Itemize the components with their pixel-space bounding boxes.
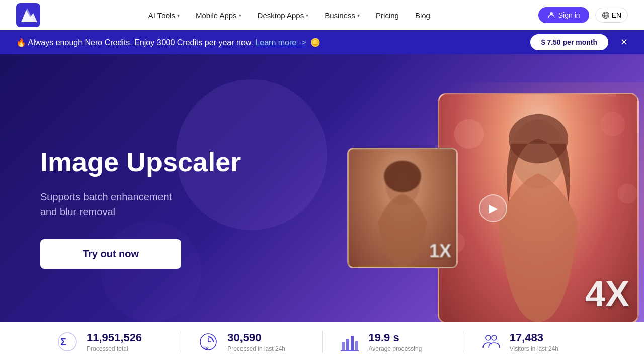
sign-in-label: Sign in <box>558 11 580 19</box>
hero-visual: 4X 1X ▶ <box>342 82 644 334</box>
user-icon <box>547 11 555 19</box>
nav-business-label: Business <box>325 11 355 20</box>
chevron-down-icon: ▾ <box>177 13 180 18</box>
banner-message: 🔥 Always enough Nero Credits. Enjoy 3000… <box>16 38 320 47</box>
logo[interactable] <box>16 3 40 27</box>
svg-rect-24 <box>351 336 354 350</box>
chevron-down-icon: ▾ <box>357 13 360 18</box>
stat-avg-processing: 19.9 s Average processing <box>323 331 463 353</box>
navbar: AI Tools ▾ Mobile Apps ▾ Desktop Apps ▾ … <box>0 0 644 30</box>
nav-pricing-label: Pricing <box>376 11 399 20</box>
stat-text-visitors: 17,483 Visitors in last 24h <box>510 331 558 352</box>
coin-emoji: 🪙 <box>310 38 320 47</box>
hero-content: Image Upscaler Supports batch enhancemen… <box>0 147 241 269</box>
svg-text:24: 24 <box>203 346 208 350</box>
stat-text-avg: 19.9 s Average processing <box>369 331 422 352</box>
original-image: 1X <box>347 148 458 268</box>
label-1x: 1X <box>429 241 451 262</box>
svg-point-28 <box>492 335 497 340</box>
nav-business[interactable]: Business ▾ <box>318 7 366 24</box>
bar-chart-icon <box>339 331 361 353</box>
svg-point-15 <box>384 161 421 192</box>
globe-icon <box>602 11 610 19</box>
nav-pricing[interactable]: Pricing <box>370 7 405 24</box>
nav-blog[interactable]: Blog <box>409 7 436 24</box>
stat-number-visitors: 17,483 <box>510 331 558 344</box>
lang-label: EN <box>612 11 621 19</box>
svg-rect-25 <box>355 341 358 350</box>
hero-section: Image Upscaler Supports batch enhancemen… <box>0 54 644 362</box>
announcement-banner: 🔥 Always enough Nero Credits. Enjoy 3000… <box>0 30 644 54</box>
svg-text:Σ: Σ <box>60 336 66 347</box>
nav-ai-tools-label: AI Tools <box>148 11 175 20</box>
right-arrow-icon: ▶ <box>489 201 498 215</box>
stat-text-total: 11,951,526 Processed total <box>87 331 142 352</box>
nav-right: Sign in EN <box>538 7 628 23</box>
hero-title: Image Upscaler <box>40 147 241 177</box>
banner-learn-more-link[interactable]: Learn more -> <box>255 38 306 47</box>
nav-desktop-apps[interactable]: Desktop Apps ▾ <box>252 7 315 24</box>
stat-number-total: 11,951,526 <box>87 331 142 344</box>
stat-number-24h: 30,590 <box>227 331 285 344</box>
people-icon <box>479 331 502 353</box>
svg-point-27 <box>486 335 491 340</box>
stat-processed-total: Σ 11,951,526 Processed total <box>40 331 181 353</box>
stat-label-visitors: Visitors in last 24h <box>510 345 558 352</box>
svg-rect-22 <box>342 342 345 350</box>
nav-ai-tools[interactable]: AI Tools ▾ <box>142 7 186 24</box>
stat-label-avg: Average processing <box>369 345 422 352</box>
close-icon[interactable]: ✕ <box>620 37 628 48</box>
nav-desktop-apps-label: Desktop Apps <box>258 11 304 20</box>
chevron-down-icon: ▾ <box>306 13 308 18</box>
stat-label-total: Processed total <box>87 345 142 352</box>
nav-mobile-apps[interactable]: Mobile Apps ▾ <box>190 7 248 24</box>
nav-mobile-apps-label: Mobile Apps <box>196 11 237 20</box>
label-4x: 4X <box>585 273 629 314</box>
fire-emoji: 🔥 <box>16 38 26 47</box>
image-compare: 4X 1X ▶ <box>347 93 639 324</box>
hero-subtitle: Supports batch enhancementand blur remov… <box>40 189 241 219</box>
banner-text: Always enough Nero Credits. Enjoy 3000 C… <box>28 38 253 47</box>
stat-label-24h: Processed in last 24h <box>227 345 285 352</box>
original-image-inner: 1X <box>349 149 456 267</box>
nav-links: AI Tools ▾ Mobile Apps ▾ Desktop Apps ▾ … <box>142 7 436 24</box>
upscaled-image: 4X <box>438 93 639 324</box>
sign-in-button[interactable]: Sign in <box>538 7 589 23</box>
stat-visitors: 17,483 Visitors in last 24h <box>463 331 604 353</box>
language-button[interactable]: EN <box>595 8 628 23</box>
nav-blog-label: Blog <box>415 11 430 20</box>
chevron-down-icon: ▾ <box>239 13 242 18</box>
banner-cta-button[interactable]: $ 7.50 per month <box>530 34 608 50</box>
clock-24h-icon: 24 <box>197 331 219 353</box>
stats-bar: Σ 11,951,526 Processed total 24 30,590 <box>0 322 644 362</box>
sigma-icon: Σ <box>56 331 78 353</box>
stat-number-avg: 19.9 s <box>369 331 422 344</box>
upscaled-image-inner: 4X <box>439 94 637 322</box>
stat-last-24h: 24 30,590 Processed in last 24h <box>181 331 322 353</box>
try-out-now-button[interactable]: Try out now <box>40 239 181 269</box>
stat-text-24h: 30,590 Processed in last 24h <box>227 331 285 352</box>
compare-arrow[interactable]: ▶ <box>479 194 507 222</box>
svg-rect-23 <box>346 339 349 350</box>
